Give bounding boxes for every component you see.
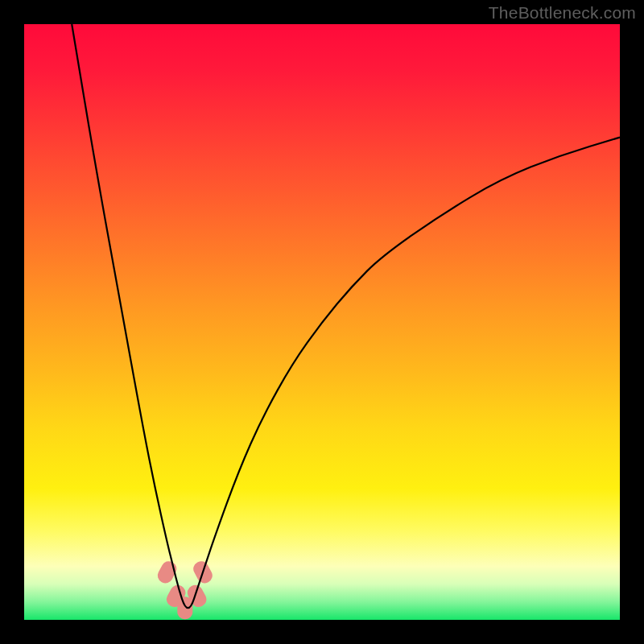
curve-layer [24,24,620,620]
curve-marker [155,559,180,586]
curve-marker [177,597,192,619]
watermark-text: TheBottleneck.com [489,3,636,23]
plot-area [24,24,620,620]
chart-frame: TheBottleneck.com [0,0,644,644]
markers-group [155,559,215,619]
bottleneck-curve [72,24,620,608]
